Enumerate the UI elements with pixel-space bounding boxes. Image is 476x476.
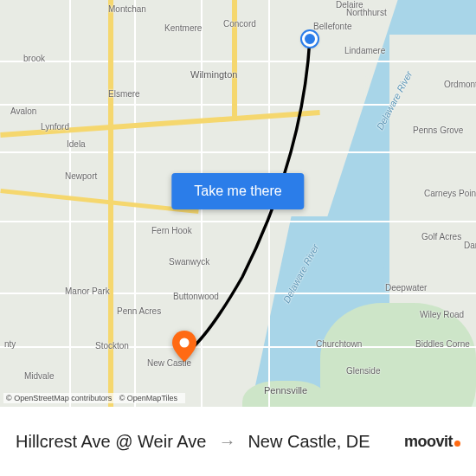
origin-marker[interactable] [302, 31, 318, 47]
origin-label: Hillcrest Ave @ Weir Ave [16, 432, 206, 452]
svg-point-0 [180, 338, 190, 348]
osm-attribution: © OpenStreetMap contributors [6, 394, 112, 402]
brand-dot-icon [454, 441, 460, 447]
moovit-logo: moovit [404, 433, 460, 451]
map-attribution: © OpenStreetMap contributors © OpenMapTi… [3, 393, 185, 403]
arrow-right-icon: → [218, 432, 235, 452]
map-viewport[interactable]: Wilmington Elsmere Newport New Castle Pe… [0, 0, 476, 407]
map-pin-icon [172, 331, 196, 362]
omt-attribution: © OpenMapTiles [119, 394, 177, 402]
route-summary-bar: Hillcrest Ave @ Weir Ave → New Castle, D… [0, 407, 476, 476]
destination-pin[interactable] [172, 331, 196, 362]
destination-label: New Castle, DE [248, 432, 370, 452]
brand-name: moovit [404, 433, 453, 451]
take-me-there-button[interactable]: Take me there [171, 173, 304, 209]
